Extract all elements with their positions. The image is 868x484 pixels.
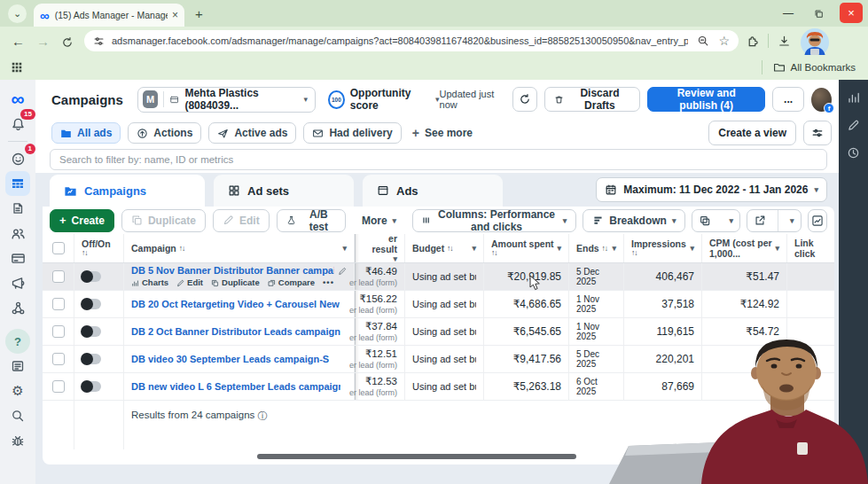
info-icon[interactable]: ⓘ: [258, 410, 268, 423]
help-icon[interactable]: ?: [5, 329, 30, 354]
browser-profile-avatar[interactable]: [800, 27, 830, 58]
review-publish-button[interactable]: Review and publish (4): [647, 87, 765, 112]
edit-rail-icon[interactable]: [847, 119, 860, 132]
filter-chip-actions[interactable]: Actions: [128, 122, 201, 144]
audiences-icon[interactable]: [5, 221, 30, 246]
filter-chip-active-ads[interactable]: Active ads: [208, 122, 296, 144]
campaign-toggle[interactable]: [82, 381, 101, 392]
select-all-checkbox[interactable]: [52, 242, 65, 254]
meta-logo-icon[interactable]: ∞: [5, 87, 30, 112]
discard-drafts-button[interactable]: Discard Drafts: [544, 87, 640, 112]
ab-test-button[interactable]: A/B test: [277, 209, 346, 232]
bug-report-icon[interactable]: [5, 428, 30, 453]
header-cpm[interactable]: CPM (cost per1,000...▾: [702, 234, 787, 262]
browser-tab[interactable]: ∞ (15) Ads Manager - Manage ad ×: [34, 4, 184, 27]
row-compare-action[interactable]: Compare: [268, 277, 315, 288]
row-checkbox[interactable]: [52, 270, 65, 283]
table-row[interactable]: DB 20 Oct Retargeting Video + Carousel N…: [43, 291, 834, 318]
export-button[interactable]: ▾: [747, 209, 802, 232]
ads-megaphone-icon[interactable]: [5, 270, 30, 295]
campaign-link[interactable]: DB video 30 September Leads campaign-S: [131, 354, 329, 364]
tab-ad-sets[interactable]: Ad sets: [214, 175, 354, 207]
header-amount-spent[interactable]: Amount spent↑↓▾: [484, 234, 569, 262]
extensions-icon[interactable]: [746, 35, 759, 48]
header-off-on[interactable]: Off/On↑↓: [74, 234, 124, 262]
row-checkbox[interactable]: [52, 380, 65, 393]
edit-button[interactable]: Edit: [213, 209, 270, 232]
header-budget[interactable]: Budget ↑↓▾: [405, 234, 484, 262]
all-bookmarks-button[interactable]: All Bookmarks: [762, 60, 856, 74]
tab-ads[interactable]: Ads: [363, 175, 503, 207]
header-campaign[interactable]: Campaign ↑↓▾: [124, 234, 355, 262]
download-icon[interactable]: [778, 35, 791, 48]
campaign-toggle[interactable]: [82, 326, 101, 337]
chart-view-button[interactable]: [808, 209, 827, 232]
campaign-toggle[interactable]: [82, 299, 101, 309]
search-input[interactable]: [50, 149, 827, 170]
account-overview-icon[interactable]: 1: [5, 146, 30, 171]
campaign-link[interactable]: DB 2 Oct Banner Distributor Leads campai…: [131, 326, 340, 337]
site-info-icon[interactable]: [93, 35, 105, 47]
date-range-selector[interactable]: Maximum: 11 Dec 2022 - 11 Jan 2026 ▾: [596, 177, 827, 202]
header-result[interactable]: er result▾: [355, 234, 405, 262]
row-edit-action[interactable]: Edit: [176, 277, 203, 288]
row-checkbox[interactable]: [52, 298, 65, 310]
close-button[interactable]: ×: [840, 3, 863, 23]
more-options-button[interactable]: ...: [772, 87, 804, 112]
billing-card-icon[interactable]: [5, 246, 30, 270]
campaign-link[interactable]: DB 5 Nov Banner Distributor Banner campa…: [131, 265, 334, 277]
tab-search-button[interactable]: ⌄: [8, 4, 27, 23]
minimize-button[interactable]: —: [779, 7, 797, 20]
view-settings-button[interactable]: [803, 121, 832, 145]
row-duplicate-action[interactable]: Duplicate: [211, 277, 260, 288]
horizontal-scrollbar[interactable]: [257, 454, 576, 459]
row-checkbox[interactable]: [52, 353, 65, 365]
zoom-icon[interactable]: [697, 35, 709, 47]
history-clock-icon[interactable]: [847, 146, 860, 160]
reports-button[interactable]: ▾: [692, 209, 740, 232]
notifications-bell-icon[interactable]: 15: [5, 112, 30, 137]
table-row[interactable]: DB 5 Nov Banner Distributor Banner campa…: [43, 263, 834, 291]
forward-button[interactable]: →: [36, 34, 50, 49]
breakdown-button[interactable]: Breakdown ▾: [583, 209, 685, 232]
account-selector[interactable]: M Mehta Plastics (8084039... ▾: [137, 87, 316, 113]
header-ends[interactable]: Ends ↑↓▾: [569, 234, 624, 262]
filter-chip-had-delivery[interactable]: Had delivery: [303, 122, 401, 144]
campaign-link[interactable]: DB new video L 6 September Leads campaig…: [131, 381, 340, 392]
restore-button[interactable]: [809, 7, 827, 20]
header-impressions[interactable]: Impressions↑↓▾: [624, 234, 702, 262]
back-button[interactable]: ←: [12, 34, 25, 49]
user-avatar[interactable]: f: [811, 88, 832, 112]
see-more-filters[interactable]: + See more: [412, 126, 473, 140]
row-charts-action[interactable]: Charts: [131, 277, 168, 288]
reload-button[interactable]: [61, 33, 74, 48]
inline-edit-icon[interactable]: [338, 267, 347, 276]
apps-grid-icon[interactable]: [11, 61, 23, 74]
campaign-toggle[interactable]: [82, 271, 101, 282]
tab-campaigns[interactable]: Campaigns: [50, 175, 205, 207]
charts-rail-icon[interactable]: [847, 90, 861, 105]
header-link-clicks[interactable]: Link click: [787, 234, 834, 262]
new-tab-button[interactable]: +: [195, 6, 203, 21]
create-view-button[interactable]: Create a view: [708, 121, 796, 145]
campaign-toggle[interactable]: [82, 354, 101, 364]
campaigns-nav-icon[interactable]: [5, 171, 30, 196]
row-more-action[interactable]: •••: [323, 277, 334, 288]
refresh-button[interactable]: [512, 87, 537, 112]
bookmark-star-icon[interactable]: ☆: [718, 34, 730, 48]
create-button[interactable]: + Create: [50, 209, 114, 232]
row-checkbox[interactable]: [52, 325, 65, 338]
campaign-link[interactable]: DB 20 Oct Retargeting Video + Carousel N…: [131, 299, 340, 309]
tab-close-icon[interactable]: ×: [172, 9, 178, 21]
duplicate-button[interactable]: Duplicate: [121, 209, 206, 232]
settings-gear-icon[interactable]: ⚙: [5, 379, 30, 403]
news-icon[interactable]: [5, 354, 30, 379]
search-nav-icon[interactable]: [5, 403, 30, 428]
pages-icon[interactable]: [5, 196, 30, 221]
connections-icon[interactable]: [5, 295, 30, 320]
columns-button[interactable]: Columns: Performance and clicks ▾: [412, 209, 576, 232]
more-button[interactable]: More ▾: [353, 209, 405, 232]
filter-chip-all-ads[interactable]: All ads: [51, 122, 121, 144]
address-bar[interactable]: adsmanager.facebook.com/adsmanager/manag…: [84, 30, 739, 51]
opportunity-score[interactable]: 100 Opportunity score ▾: [328, 87, 440, 112]
